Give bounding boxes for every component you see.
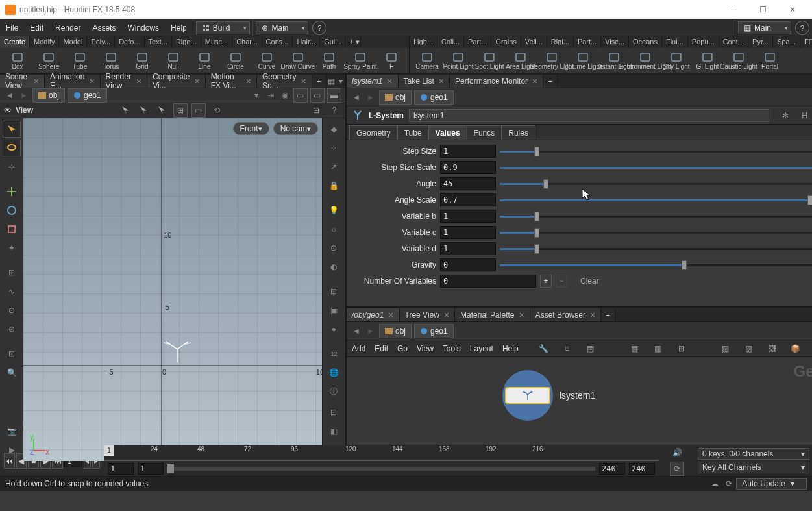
wrench-icon[interactable]: 🔧 (537, 342, 551, 356)
shelf-tab[interactable]: Ligh... (410, 36, 437, 48)
shelf-tab[interactable]: Spa... (773, 36, 800, 48)
refresh-icon[interactable]: ⟳ (722, 477, 736, 491)
end-frame-field[interactable]: 240 (599, 463, 625, 475)
shelf-tab[interactable]: Poly... (87, 36, 115, 48)
range-slider-thumb[interactable] (167, 464, 174, 473)
shelf-tool[interactable]: Line (190, 49, 219, 73)
snap-multi[interactable]: ⊛ (3, 321, 21, 338)
align-icon[interactable]: ▤ (584, 342, 598, 356)
netmenu-view[interactable]: View (417, 344, 434, 353)
node-name-field[interactable]: lsystem1 (409, 109, 769, 122)
handle-tool[interactable]: ⊹ (3, 158, 21, 175)
shelf-tool[interactable]: Torus (96, 49, 126, 73)
tree-view-icon[interactable]: ⊞ (674, 342, 689, 356)
numvars-field[interactable]: 0 (440, 275, 536, 288)
forward-button[interactable]: ► (365, 92, 376, 103)
shelf-tab[interactable]: Flui... (662, 36, 688, 48)
param-tab-tube[interactable]: Tube (397, 125, 429, 140)
clear-button[interactable]: Clear (571, 277, 608, 286)
box-icon[interactable]: 📦 (789, 342, 803, 356)
forward-button[interactable]: ► (365, 325, 376, 337)
param-tab-values[interactable]: Values (428, 125, 467, 140)
param-slider[interactable] (500, 193, 812, 206)
menu-render[interactable]: Render (49, 19, 86, 36)
close-icon[interactable]: × (439, 76, 444, 86)
shelf-tab[interactable]: Grains (491, 36, 521, 48)
wireframe-mode[interactable]: ⊞ (325, 283, 343, 300)
color-correct[interactable]: ◧ (325, 423, 343, 440)
close-icon[interactable]: × (136, 76, 141, 86)
lock-icon[interactable]: 🔒 (325, 177, 343, 194)
nocam-dropdown[interactable]: No cam ▾ (273, 122, 318, 135)
param-slider[interactable] (500, 242, 812, 255)
pane-tab[interactable]: lsystem1× (347, 75, 399, 88)
auto-update-dropdown[interactable]: Auto Update ▾ (736, 478, 807, 490)
pane-tab[interactable]: Render View× (101, 75, 148, 88)
timeline-ruler[interactable]: 1 124487296120144168192216 (104, 445, 659, 461)
menu-windows[interactable]: Windows (121, 19, 165, 36)
netmenu-tools[interactable]: Tools (443, 344, 461, 353)
param-value-field[interactable]: 0 (440, 258, 496, 271)
close-icon[interactable]: × (519, 310, 524, 320)
pane-tab[interactable]: Tree View× (400, 308, 456, 321)
list-view-icon[interactable]: ▥ (651, 342, 665, 356)
path-obj[interactable]: obj (379, 324, 412, 338)
bulb-icon[interactable]: ☼ (325, 221, 343, 238)
shelf-tool[interactable]: Null (158, 49, 188, 73)
display-normals[interactable]: ↗ (325, 158, 343, 175)
cloud-icon[interactable]: ☁ (707, 477, 722, 491)
netmenu-layout[interactable]: Layout (470, 344, 493, 353)
shelf-tab[interactable]: Model (59, 36, 87, 48)
paneset-selector[interactable]: ▦ Main ▾ (738, 21, 791, 34)
close-icon[interactable]: × (301, 76, 306, 86)
move-tool[interactable] (3, 183, 21, 200)
pane-opts-icon[interactable]: ▾ (336, 74, 345, 88)
shelf-tab[interactable]: Create (0, 36, 30, 48)
remove-button[interactable]: − (556, 275, 567, 288)
snap-curve[interactable]: ∿ (3, 283, 21, 300)
pose-tool[interactable]: ✦ (3, 240, 21, 256)
shelf-tool[interactable]: Box (3, 49, 32, 73)
xray-toggle[interactable]: ◐ (325, 258, 343, 275)
param-tab-funcs[interactable]: Funcs (467, 125, 502, 140)
image-icon[interactable]: 🖼 (765, 342, 780, 356)
param-slider[interactable] (500, 258, 812, 271)
shelf-tab[interactable]: Text... (145, 36, 172, 48)
netmenu-add[interactable]: Add (352, 344, 365, 353)
key-all-dropdown[interactable]: Key All Channels▾ (698, 462, 809, 473)
rotate-tool[interactable] (3, 202, 21, 219)
add-tab[interactable]: + (601, 308, 615, 321)
pane-menu-icon[interactable]: ▦ (326, 74, 336, 88)
shelf-tab[interactable]: Cons... (262, 36, 293, 48)
param-value-field[interactable]: 0.9 (440, 161, 496, 174)
viewport[interactable]: -5 0 5 10 10 yxz Front ▾ No cam ▾ (23, 118, 322, 461)
network-view[interactable]: Geometry lsystem1 (347, 357, 812, 445)
shelf-tool[interactable]: Sphere (34, 49, 64, 73)
light-toggle[interactable]: 💡 (325, 202, 343, 219)
shelf-tab[interactable]: Gui... (320, 36, 345, 48)
network-node-lsystem1[interactable]: lsystem1 (502, 370, 595, 421)
range-end-field[interactable]: 240 (629, 463, 655, 475)
shaded-mode[interactable]: ▣ (325, 302, 343, 319)
menu-file[interactable]: File (0, 19, 24, 36)
pane-tab[interactable]: Asset Browser× (530, 308, 602, 321)
first-frame-button[interactable]: ⏮ (4, 453, 15, 469)
shelf-tool[interactable]: GI Light (693, 49, 722, 73)
pin-icon[interactable]: ⇥ (265, 90, 277, 101)
audio-icon[interactable]: 🔊 (670, 445, 684, 460)
pane-tab[interactable]: Material Palette× (455, 308, 530, 321)
label-12[interactable]: 12 (325, 345, 343, 362)
shelf-tab[interactable]: Musc... (201, 36, 232, 48)
shelf-tool[interactable]: Volume Light (568, 49, 598, 73)
pane-tab[interactable]: Geometry Sp...× (257, 75, 312, 88)
pane-tab[interactable]: Motion FX Vi...× (206, 75, 257, 88)
pane-tab[interactable]: Animation E...× (45, 75, 101, 88)
desktop-selector[interactable]: Build ▾ (196, 21, 251, 34)
display-points[interactable]: ⁘ (325, 140, 343, 156)
menu-help[interactable]: Help (165, 19, 193, 36)
shelf-tool[interactable]: Spray Paint (345, 49, 375, 73)
record-icon[interactable]: ◉ (279, 90, 291, 101)
snap-grid[interactable]: ⊞ (3, 264, 21, 281)
param-value-field[interactable]: 0.7 (440, 193, 496, 206)
view-tool[interactable]: ⊡ (3, 345, 21, 362)
